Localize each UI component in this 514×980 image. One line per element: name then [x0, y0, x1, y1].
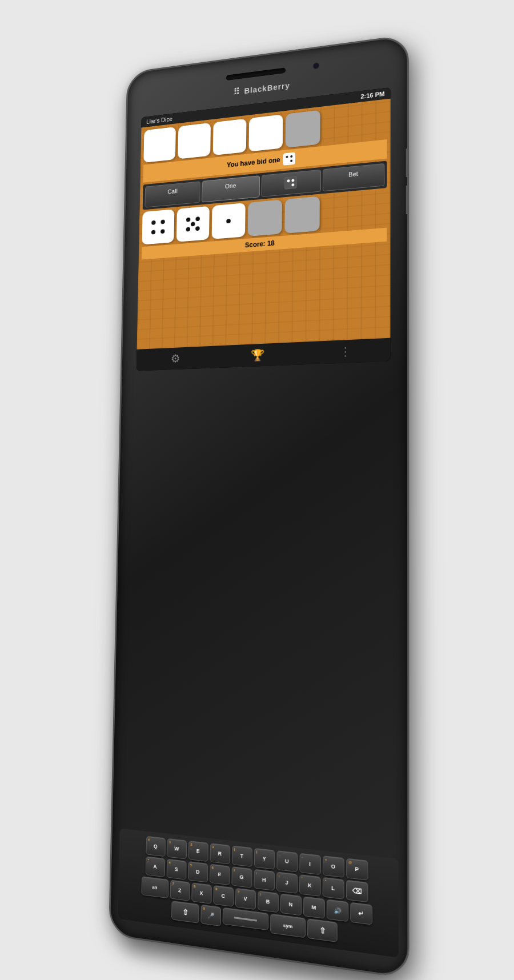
key-x[interactable]: 8X: [191, 882, 212, 904]
game-area: You have bid one Call: [137, 99, 391, 350]
more-icon[interactable]: ⋮: [340, 344, 352, 359]
status-time: 2:16 PM: [360, 90, 384, 100]
settings-icon[interactable]: ⚙: [171, 352, 180, 366]
svg-point-15: [186, 227, 190, 231]
svg-point-16: [195, 226, 200, 231]
call-button[interactable]: Call: [144, 181, 200, 207]
key-p[interactable]: @P: [346, 858, 368, 881]
key-b[interactable]: !B: [258, 890, 279, 913]
left-shift-key[interactable]: ⇧: [171, 901, 199, 923]
key-i[interactable]: -I: [299, 853, 321, 875]
brand-logo: ⠿ BlackBerry: [233, 80, 290, 97]
key-y[interactable]: )Y: [254, 848, 275, 870]
svg-point-13: [195, 216, 199, 221]
phone-device: ⠿ BlackBerry Liar's Dice 2:16 PM: [109, 34, 409, 979]
opponent-die-4: [249, 114, 283, 151]
svg-rect-0: [284, 154, 294, 164]
key-v[interactable]: ?V: [235, 888, 255, 910]
key-k[interactable]: 'K: [299, 874, 321, 897]
key-a[interactable]: *A: [145, 856, 165, 877]
enter-key[interactable]: ↵: [350, 902, 372, 925]
key-o[interactable]: +O: [322, 856, 344, 878]
player-die-2: [176, 206, 210, 242]
key-q[interactable]: #Q: [146, 836, 166, 857]
dice-button[interactable]: [261, 170, 321, 197]
bet-button[interactable]: Bet: [323, 163, 385, 191]
volume-up-button[interactable]: [406, 148, 409, 177]
screen-content: Liar's Dice 2:16 PM You have: [136, 87, 391, 371]
player-die-1: [142, 209, 175, 244]
key-t[interactable]: (T: [231, 845, 252, 867]
svg-point-9: [160, 219, 164, 224]
bb-logo-icon: ⠿: [233, 86, 240, 97]
key-n[interactable]: N: [280, 893, 301, 915]
key-z[interactable]: 7Z: [170, 879, 190, 901]
speaker-grill: [226, 67, 286, 81]
svg-point-14: [191, 222, 195, 226]
bid-message-text: You have bid one: [227, 156, 280, 169]
sound-key[interactable]: 🔊: [326, 899, 348, 922]
svg-point-11: [160, 229, 164, 234]
opponent-die-3: [213, 119, 247, 156]
alt-key[interactable]: alt: [141, 876, 168, 898]
key-l[interactable]: "L: [322, 877, 344, 899]
sym-key[interactable]: sym: [270, 914, 306, 938]
opponent-die-2: [178, 123, 211, 159]
svg-point-12: [186, 218, 190, 222]
spacebar-key[interactable]: [223, 907, 269, 930]
opponent-die-1: [143, 127, 176, 163]
phone-body: ⠿ BlackBerry Liar's Dice 2:16 PM: [109, 34, 409, 979]
phone-screen: Liar's Dice 2:16 PM You have: [136, 87, 391, 371]
player-die-5: [284, 196, 319, 234]
key-e[interactable]: 2E: [188, 841, 208, 862]
bid-die-icon: [283, 152, 295, 166]
svg-point-8: [151, 220, 155, 225]
score-text: Score: 18: [245, 239, 275, 249]
opponent-die-5: [286, 110, 320, 148]
player-die-3: [212, 203, 246, 239]
key-u[interactable]: _U: [276, 850, 298, 872]
key-w[interactable]: 1W: [167, 838, 187, 859]
brand-name: BlackBerry: [244, 81, 290, 95]
key-s[interactable]: 4S: [166, 859, 186, 880]
key-m[interactable]: M: [303, 896, 325, 918]
svg-point-17: [226, 219, 231, 223]
app-name: Liar's Dice: [146, 115, 172, 124]
key-j[interactable]: ;J: [276, 871, 297, 894]
one-button[interactable]: One: [202, 175, 259, 202]
zero-mic-key[interactable]: 0🎤: [200, 905, 221, 926]
volume-down-button[interactable]: [406, 185, 409, 214]
trophy-icon[interactable]: 🏆: [251, 348, 264, 362]
key-d[interactable]: 5D: [188, 861, 208, 882]
front-camera-icon: [312, 62, 319, 70]
key-h[interactable]: :H: [254, 869, 275, 891]
backspace-key[interactable]: ⌫: [346, 880, 368, 903]
svg-rect-4: [284, 176, 297, 190]
key-f[interactable]: 6F: [209, 863, 230, 885]
svg-point-10: [151, 230, 155, 235]
key-g[interactable]: /G: [231, 866, 252, 888]
key-r[interactable]: 3R: [210, 843, 230, 864]
player-die-4: [248, 199, 282, 236]
key-c[interactable]: 9C: [213, 885, 234, 907]
right-shift-key[interactable]: ⇧: [307, 918, 338, 942]
